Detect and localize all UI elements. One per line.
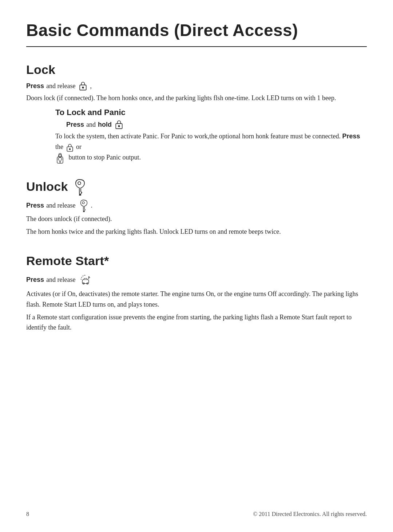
unlock-press-label: Press [26,200,44,211]
remote-start-body1: Activates (or if On, deactivates) the re… [26,289,367,310]
lock-panic-and-text: and [86,119,96,130]
svg-point-7 [82,202,84,204]
unlock-press-line: Press and release . [26,199,367,212]
lock-panic-the-text: the [55,143,63,150]
lock-comma: , [90,81,92,91]
unlock-press-text: and release [46,200,75,211]
svg-point-5 [69,148,70,149]
svg-point-1 [82,87,84,88]
remote-start-press-label: Press [26,275,44,285]
lock-panic-button-text: button to stop Panic output. [69,154,141,161]
svg-point-6 [78,182,81,185]
lock-panic-subtitle: To Lock and Panic [55,106,367,119]
lock-press-text: and release [46,81,75,91]
lock-section-title: Lock [26,60,367,79]
unlock-section-title-block: Unlock [26,177,68,196]
lock-panic-press-line: Press and hold [66,119,367,130]
lock-body1: Doors lock (if connected). The horn honk… [26,93,367,103]
lock-press-line: Press and release , [26,81,367,91]
unlock-section-icon [72,178,86,196]
page-footer: 8 © 2011 Directed Electronics. All right… [26,510,367,519]
footer-copyright: © 2011 Directed Electronics. All rights … [253,510,367,519]
remote-start-body2: If a Remote start configuration issue pr… [26,312,367,333]
lock-panic-press-label: Press [66,119,84,130]
lock-panic-unlock-icon-inline [55,152,65,164]
remote-start-icon [78,272,93,287]
lock-icon [78,81,88,91]
remote-start-section-title: Remote Start* [26,251,367,271]
lock-panic-lock-icon [114,119,124,130]
unlock-icon [78,199,89,212]
lock-panic-press-label2: Press [342,133,360,140]
svg-point-3 [118,126,120,127]
lock-panic-hold-label: hold [98,119,112,130]
lock-press-label: Press [26,81,44,91]
unlock-body1: The doors unlock (if connected). [26,214,367,224]
unlock-period: . [91,200,93,211]
footer-page-number: 8 [26,510,29,519]
remote-start-press-text: and release [46,275,75,285]
lock-panic-body-text1: To lock the system, then activate Panic.… [55,133,341,140]
lock-panic-body-container: To lock the system, then activate Panic.… [55,131,367,164]
lock-panic-inline-lock-icon [66,143,74,152]
unlock-body2: The horn honks twice and the parking lig… [26,226,367,237]
lock-panic-or-text: or [76,143,82,150]
page-title: Basic Commands (Direct Access) [26,17,367,47]
remote-start-press-line: Press and release [26,272,367,287]
